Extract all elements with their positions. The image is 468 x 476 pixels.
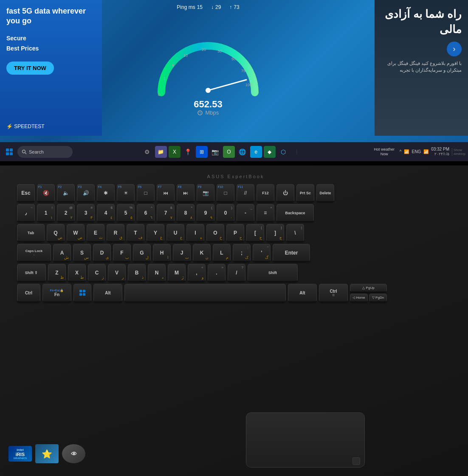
key-f[interactable]: Fب: [113, 244, 131, 262]
touchpad-button[interactable]: [352, 457, 360, 465]
key-enter[interactable]: Enter: [273, 244, 310, 262]
key-delete[interactable]: Delete: [316, 184, 334, 202]
key-b[interactable]: Bذ: [128, 264, 146, 282]
key-f10[interactable]: F10□: [217, 184, 234, 202]
taskbar-office-icon[interactable]: O: [223, 146, 235, 158]
key-windows[interactable]: [73, 284, 91, 302]
key-q[interactable]: Qض: [47, 224, 65, 242]
key-shift-right[interactable]: Shift: [248, 264, 298, 282]
lang-indicator[interactable]: ENG: [412, 149, 421, 154]
key-semicolon[interactable]: :;ک: [233, 244, 251, 262]
show-desktop-button[interactable]: Showdesktop: [452, 148, 465, 156]
key-x[interactable]: Xط: [68, 264, 86, 282]
key-period[interactable]: >.: [208, 264, 226, 282]
key-l[interactable]: Lم: [213, 244, 231, 262]
key-close-bracket[interactable]: }]چ: [266, 224, 284, 242]
key-f5[interactable]: F5☀: [117, 184, 135, 202]
key-alt-right[interactable]: Alt: [288, 284, 317, 302]
key-a[interactable]: Aش: [53, 244, 71, 262]
key-4[interactable]: $4٤: [97, 204, 115, 222]
key-k[interactable]: Kن: [193, 244, 211, 262]
key-f12[interactable]: F12: [257, 184, 274, 202]
key-p[interactable]: Pح: [226, 224, 244, 242]
key-f6[interactable]: F6□: [137, 184, 155, 202]
key-f4[interactable]: F4✱: [97, 184, 115, 202]
key-r[interactable]: Rق: [107, 224, 124, 242]
key-y[interactable]: Yغ: [147, 224, 164, 242]
key-minus[interactable]: _-: [237, 204, 254, 222]
key-pgup[interactable]: △ PgUp: [350, 284, 387, 292]
start-button[interactable]: [3, 145, 16, 159]
key-f3[interactable]: F3🔊: [77, 184, 95, 202]
key-8[interactable]: *8٨: [177, 204, 195, 222]
key-comma[interactable]: <,و: [188, 264, 206, 282]
key-9[interactable]: (9٩: [197, 204, 214, 222]
taskbar-chrome-icon[interactable]: 🌐: [237, 146, 248, 158]
taskbar-settings-icon[interactable]: ⚙: [141, 146, 153, 158]
key-v[interactable]: Vر: [108, 264, 126, 282]
key-o[interactable]: Oخ: [206, 224, 224, 242]
key-f9[interactable]: F9📷: [197, 184, 214, 202]
taskbar-app-icon[interactable]: ◆: [264, 146, 276, 158]
key-1[interactable]: !1١: [37, 204, 55, 222]
key-alt-left[interactable]: Alt: [93, 284, 122, 302]
key-esc[interactable]: Esc: [17, 184, 35, 202]
key-backspace[interactable]: Backspace: [276, 204, 314, 222]
key-prtsc[interactable]: Prt Sc: [296, 184, 314, 202]
key-f8[interactable]: F8⏭: [177, 184, 195, 202]
key-i[interactable]: Iه: [186, 224, 204, 242]
key-f11[interactable]: F11//: [237, 184, 254, 202]
key-j[interactable]: Jت: [173, 244, 191, 262]
key-fn[interactable]: Fn+Esc🔒 Fn: [42, 284, 71, 302]
key-2[interactable]: @2٢: [57, 204, 75, 222]
key-ctrl-left[interactable]: Ctrl: [17, 284, 40, 302]
taskbar-edge-icon[interactable]: e: [250, 146, 262, 158]
key-m[interactable]: Mژ: [168, 264, 186, 282]
key-t[interactable]: Tف: [127, 224, 144, 242]
taskbar-bluetooth-icon[interactable]: ⬡: [277, 146, 289, 158]
right-panel-arrow-button[interactable]: ‹: [447, 42, 462, 56]
key-pgdn[interactable]: ▽ PgDn: [369, 294, 387, 302]
key-backslash[interactable]: |\: [286, 224, 304, 242]
touchpad[interactable]: [246, 412, 365, 468]
key-slash[interactable]: ?/: [228, 264, 245, 282]
key-d[interactable]: Dی: [93, 244, 111, 262]
key-z[interactable]: Zظ: [48, 264, 66, 282]
key-shift-left[interactable]: Shift ⇧: [17, 264, 46, 282]
key-quote[interactable]: "'گ: [253, 244, 271, 262]
key-5[interactable]: %5٥: [117, 204, 135, 222]
laptop-brand: ASUS ExpertBook: [17, 174, 454, 179]
search-bar[interactable]: Search: [17, 146, 73, 158]
key-7[interactable]: &7٧: [157, 204, 175, 222]
key-f1[interactable]: F1🔇: [37, 184, 55, 202]
key-c[interactable]: Cز: [88, 264, 106, 282]
key-3[interactable]: #3٣: [77, 204, 95, 222]
key-f7[interactable]: F7⏮: [157, 184, 175, 202]
key-0[interactable]: )0٠: [217, 204, 234, 222]
taskbar-file-icon[interactable]: 📁: [155, 146, 167, 158]
taskbar-excel-icon[interactable]: X: [169, 146, 180, 158]
key-6[interactable]: ^6٦: [137, 204, 155, 222]
key-tab[interactable]: Tab: [17, 224, 45, 242]
key-home[interactable]: ◁ Home: [350, 294, 368, 302]
key-e[interactable]: Eث: [87, 224, 104, 242]
taskbar-maps-icon[interactable]: 📍: [182, 146, 194, 158]
key-h[interactable]: Hا: [153, 244, 171, 262]
try-it-now-button[interactable]: TRY IT NOW: [6, 62, 54, 75]
key-capslock[interactable]: Caps Lock•: [17, 244, 51, 262]
taskbar-store-icon[interactable]: ⊞: [196, 146, 208, 158]
key-u[interactable]: Uع: [166, 224, 184, 242]
key-ctrl-right[interactable]: Ctrl ☰: [319, 284, 348, 302]
key-n[interactable]: Nد: [148, 264, 166, 282]
key-s[interactable]: Sس: [73, 244, 91, 262]
key-open-bracket[interactable]: {[ج: [246, 224, 264, 242]
key-equals[interactable]: +=: [257, 204, 274, 222]
key-backtick[interactable]: ~٫: [17, 204, 35, 222]
system-tray-arrow[interactable]: ^: [400, 149, 402, 154]
key-w[interactable]: Wص: [67, 224, 85, 242]
key-g[interactable]: Gل: [133, 244, 151, 262]
key-space[interactable]: [124, 284, 286, 302]
key-power[interactable]: ⏻: [276, 184, 294, 202]
taskbar-camera-icon[interactable]: 📷: [209, 146, 221, 158]
key-f2[interactable]: F2🔈: [57, 184, 75, 202]
